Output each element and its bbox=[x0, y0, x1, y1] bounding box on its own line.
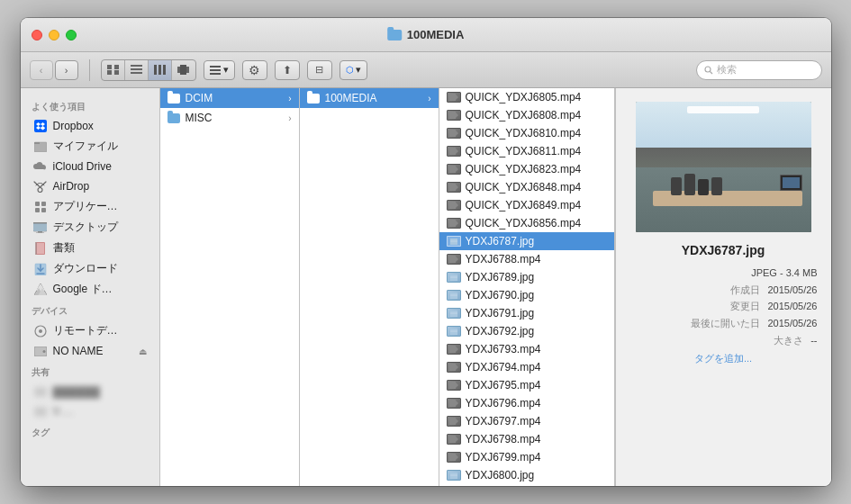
svg-rect-6 bbox=[131, 72, 142, 74]
sidebar-item-googledrive[interactable]: Google ド… bbox=[24, 279, 156, 300]
column-view-button[interactable] bbox=[149, 60, 172, 80]
file-item[interactable]: YDXJ6794.mp4 bbox=[439, 358, 614, 376]
svg-rect-56 bbox=[449, 220, 456, 227]
sidebar-item-label: NO NAME bbox=[53, 345, 104, 357]
sidebar-item-icloud[interactable]: iCloud Drive bbox=[24, 157, 156, 176]
file-item[interactable]: YDXJ6788.mp4 bbox=[439, 250, 614, 268]
sidebar-item-books[interactable]: 書類 bbox=[24, 238, 156, 258]
sidebar-item-desktop[interactable]: デスクトップ bbox=[24, 217, 156, 238]
forward-button[interactable]: › bbox=[55, 60, 78, 80]
svg-marker-53 bbox=[456, 184, 458, 190]
chevron-right-icon: › bbox=[288, 94, 291, 104]
file-item[interactable]: YDXJ6796.mp4 bbox=[439, 394, 614, 412]
chevron-right-icon: › bbox=[428, 94, 430, 104]
file-item[interactable]: QUICK_YDXJ6808.mp4 bbox=[439, 106, 614, 124]
shared1-icon bbox=[33, 384, 48, 399]
sidebar-item-airdrop[interactable]: AirDrop bbox=[24, 176, 156, 196]
finder-window: 100MEDIA ‹ › ▾ ⚙ ⬆ ⊟ bbox=[21, 18, 831, 486]
file-item[interactable]: QUICK_YDXJ6856.mp4 bbox=[439, 214, 614, 232]
label-button[interactable]: ⊟ bbox=[307, 60, 332, 80]
svg-marker-51 bbox=[456, 166, 458, 172]
svg-rect-13 bbox=[210, 66, 221, 68]
myfiles-icon bbox=[33, 140, 48, 154]
svg-rect-14 bbox=[210, 69, 221, 71]
svg-rect-90 bbox=[450, 472, 457, 479]
downloads-icon bbox=[33, 262, 48, 276]
file-item-label: YDXJ6787.jpg bbox=[466, 235, 535, 248]
sidebar-item-downloads[interactable]: ダウンロード bbox=[24, 258, 156, 279]
file-item[interactable]: YDXJ6793.mp4 bbox=[439, 340, 614, 358]
search-box[interactable]: 検索 bbox=[696, 60, 822, 80]
file-item[interactable]: YDXJ6799.mp4 bbox=[439, 448, 614, 466]
img-people bbox=[671, 157, 794, 196]
file-item[interactable]: YDXJ6797.mp4 bbox=[439, 412, 614, 430]
svg-rect-23 bbox=[35, 208, 40, 212]
column-item-dcim[interactable]: DCIM › bbox=[160, 88, 299, 108]
sidebar-item-apps[interactable]: アプリケー… bbox=[24, 196, 156, 217]
file-item[interactable]: QUICK_YDXJ6811.mp4 bbox=[439, 142, 614, 160]
add-tag-link[interactable]: タグを追加... bbox=[694, 352, 752, 365]
svg-rect-7 bbox=[154, 65, 157, 75]
back-button[interactable]: ‹ bbox=[30, 60, 53, 80]
file-item[interactable]: QUICK_YDXJ6810.mp4 bbox=[439, 124, 614, 142]
svg-marker-80 bbox=[456, 382, 458, 388]
dropbox-button[interactable]: ⬡ ▾ bbox=[339, 60, 367, 80]
file-item[interactable]: QUICK_YDXJ6849.mp4 bbox=[439, 196, 614, 214]
file-item-label: QUICK_YDXJ6811.mp4 bbox=[466, 145, 582, 158]
file-item-label: YDXJ6790.jpg bbox=[466, 289, 535, 302]
svg-rect-75 bbox=[449, 346, 456, 353]
file-item[interactable]: YDXJ6800.jpg bbox=[439, 466, 614, 484]
tags-section-title: タグ bbox=[21, 421, 159, 442]
file-item[interactable]: YDXJ6787.jpg bbox=[439, 232, 614, 250]
close-button[interactable] bbox=[32, 30, 42, 40]
maximize-button[interactable] bbox=[66, 30, 77, 40]
svg-rect-46 bbox=[449, 130, 456, 137]
file-item[interactable]: YDXJ6791.jpg bbox=[439, 304, 614, 322]
minimize-button[interactable] bbox=[49, 30, 59, 40]
file-item[interactable]: QUICK_YDXJ6823.mp4 bbox=[439, 160, 614, 178]
sidebar-item-noname[interactable]: NO NAME ⏏ bbox=[24, 341, 156, 361]
hdd-icon bbox=[33, 344, 48, 358]
column-item-misc[interactable]: MISC › bbox=[160, 108, 299, 128]
file-item[interactable]: YDXJ6790.jpg bbox=[439, 286, 614, 304]
file-item-label: QUICK_YDXJ6849.mp4 bbox=[466, 199, 582, 212]
list-view-button[interactable] bbox=[125, 60, 149, 80]
file-item[interactable]: YDXJ6789.jpg bbox=[439, 268, 614, 286]
svg-rect-70 bbox=[450, 310, 457, 317]
file-item[interactable]: YDXJ6798.mp4 bbox=[439, 430, 614, 448]
eject-button[interactable]: ⏏ bbox=[139, 346, 147, 356]
svg-marker-86 bbox=[456, 436, 458, 442]
arrange-button[interactable]: ▾ bbox=[204, 60, 235, 80]
file-item-label: QUICK_YDXJ6856.mp4 bbox=[466, 217, 582, 230]
titlebar: 100MEDIA bbox=[21, 18, 831, 52]
img-person bbox=[711, 177, 722, 195]
toolbar: ‹ › ▾ ⚙ ⬆ ⊟ ⬡ ▾ bbox=[21, 52, 831, 88]
file-item[interactable]: QUICK_YDXJ6805.mp4 bbox=[439, 88, 614, 106]
file-item[interactable]: QUICK_YDXJ6848.mp4 bbox=[439, 178, 614, 196]
icon-view-button[interactable] bbox=[102, 60, 125, 80]
preview-pane: YDXJ6787.jpg JPEG - 3.4 MB 作成日 2015/05/2… bbox=[615, 88, 831, 486]
coverflow-view-button[interactable] bbox=[172, 60, 195, 80]
column-item-100media[interactable]: 100MEDIA › bbox=[300, 88, 439, 108]
settings-button[interactable]: ⚙ bbox=[242, 60, 267, 80]
file-item-label: YDXJ6800.jpg bbox=[466, 469, 535, 482]
image-file-icon bbox=[447, 326, 461, 337]
airdrop-icon bbox=[33, 179, 48, 194]
svg-point-20 bbox=[38, 187, 42, 192]
sidebar-item-dropbox[interactable]: Dropbox bbox=[24, 116, 156, 136]
opened-row: 最後に開いた日 2015/05/26 bbox=[629, 315, 818, 332]
file-item[interactable]: YDXJ6795.mp4 bbox=[439, 376, 614, 394]
sidebar-item-shared1[interactable]: ▓▓▓▓▓▓ bbox=[24, 382, 156, 401]
file-item[interactable]: YDXJ6792.jpg bbox=[439, 322, 614, 340]
img-light bbox=[687, 106, 759, 113]
sidebar-item-remote[interactable]: リモートデ… bbox=[24, 320, 156, 341]
created-row: 作成日 2015/05/26 bbox=[629, 282, 818, 299]
column-item-label: DCIM bbox=[186, 92, 213, 104]
sidebar-item-shared2[interactable]: V…. bbox=[24, 401, 156, 421]
video-file-icon bbox=[447, 146, 461, 157]
img-person bbox=[684, 174, 695, 195]
opened-value: 2015/05/26 bbox=[767, 315, 817, 332]
svg-marker-62 bbox=[456, 256, 458, 262]
share-button[interactable]: ⬆ bbox=[275, 60, 300, 80]
sidebar-item-myfiles[interactable]: マイファイル bbox=[24, 136, 156, 157]
